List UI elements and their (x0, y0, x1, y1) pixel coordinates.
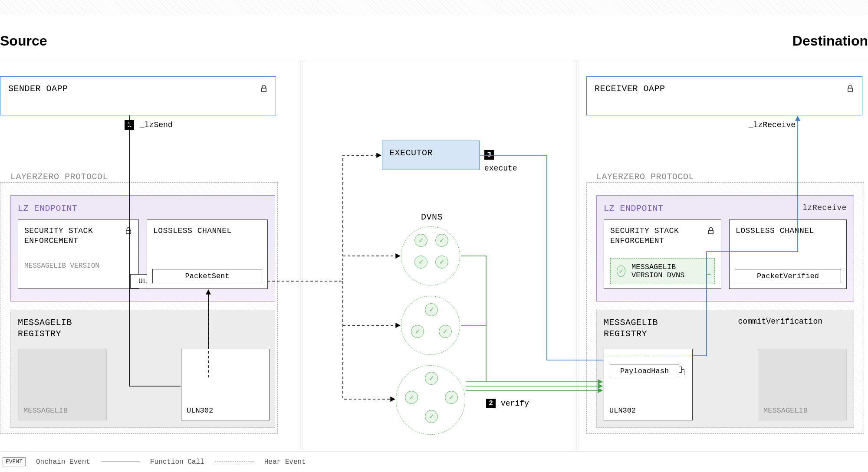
dest-registry-box: MESSAGELIB REGISTRY commitVerification U… (596, 310, 854, 428)
dest-registry-label: MESSAGELIB REGISTRY (604, 317, 673, 340)
lzreceive-action: lzReceive (802, 203, 847, 213)
source-uln302-box: ULN302 (181, 349, 270, 420)
legend-dashed-line (215, 462, 254, 462)
receiver-oapp-box: RECEIVER OAPP (586, 76, 862, 115)
step-1-label: _lzSend (140, 121, 173, 129)
legend-fn-call: Function Call (150, 458, 204, 466)
dvn-group-1: ✓ ✓ ✓ ✓ (401, 226, 460, 285)
legend-solid-line (101, 462, 140, 462)
step-2-badge: 2 (486, 399, 496, 408)
lock-icon (846, 84, 854, 93)
dest-lossless-channel-box: LOSSLESS CHANNEL PacketVerified (729, 220, 847, 289)
dvn-group-3: ✓ ✓ ✓ ✓ (396, 365, 465, 435)
lossless-channel-label: LOSSLESS CHANNEL (153, 226, 232, 236)
source-messagelib-gray: MESSAGELIB (18, 349, 107, 420)
dest-endpoint-box: LZ ENDPOINT lzReceive SECURITY STACK ENF… (596, 195, 854, 302)
source-endpoint-label: LZ ENDPOINT (18, 203, 78, 213)
executor-box: EXECUTOR (382, 141, 480, 170)
lock-icon (260, 84, 268, 93)
payload-hash-stack: PayloadHash (610, 364, 684, 383)
step-1-badge: 1 (125, 120, 134, 130)
dest-uln302-box: ULN302 (604, 349, 693, 420)
step-3-label: execute (484, 164, 517, 173)
dest-messagelib-gray: MESSAGELIB (758, 349, 847, 420)
dest-protocol-label: LAYERZERO PROTOCOL (596, 172, 694, 182)
payload-hash-card: PayloadHash (610, 364, 679, 378)
step-3-badge: 3 (484, 150, 494, 160)
dest-security-stack-box: SECURITY STACK ENFORCEMENT ✓ MESSAGELIB … (604, 220, 721, 289)
messagelib-version-dvns-box: ✓ MESSAGELIB VERSION DVNS (610, 258, 715, 284)
source-registry-box: MESSAGELIB REGISTRY MESSAGELIB ULN302 (10, 310, 275, 428)
lzreceive-label: _lzReceive (749, 121, 796, 129)
sender-oapp-label: SENDER OAPP (8, 84, 68, 94)
legend-onchain: Onchain Event (36, 458, 90, 466)
dest-endpoint-label: LZ ENDPOINT (604, 203, 664, 213)
dvn-group-2: ✓ ✓ ✓ (401, 296, 460, 355)
commit-verification-label: commitVerification (738, 317, 822, 326)
destination-header: Destination (792, 33, 868, 49)
source-header: Source (0, 33, 47, 49)
packet-verified-event: PacketVerified (735, 269, 841, 283)
source-registry-label: MESSAGELIB REGISTRY (18, 317, 87, 340)
source-lossless-channel-box: LOSSLESS CHANNEL PacketSent (147, 220, 268, 289)
source-security-stack-box: SECURITY STACK ENFORCEMENT MESSAGELIB VE… (18, 220, 139, 289)
packet-sent-event: PacketSent (152, 269, 262, 283)
dvns-label: DVNS (421, 212, 443, 222)
legend: EVENT Onchain Event Function Call Hear E… (0, 451, 868, 472)
legend-event-tag: EVENT (3, 457, 26, 466)
lock-icon (707, 226, 715, 236)
security-stack-label: SECURITY STACK ENFORCEMENT (24, 226, 120, 246)
check-icon: ✓ (617, 266, 625, 277)
dest-security-stack-label: SECURITY STACK ENFORCEMENT (610, 226, 703, 246)
source-endpoint-box: LZ ENDPOINT SECURITY STACK ENFORCEMENT M… (10, 195, 275, 302)
receiver-oapp-label: RECEIVER OAPP (595, 84, 665, 94)
lock-icon (125, 226, 132, 236)
source-protocol-label: LAYERZERO PROTOCOL (10, 172, 108, 182)
sender-oapp-box: SENDER OAPP (0, 76, 276, 115)
messagelib-version-label: MESSAGELIB VERSION (24, 262, 132, 270)
legend-hear-event: Hear Event (264, 458, 306, 466)
dest-lossless-channel-label: LOSSLESS CHANNEL (736, 226, 814, 236)
step-2-label: verify (501, 399, 529, 408)
